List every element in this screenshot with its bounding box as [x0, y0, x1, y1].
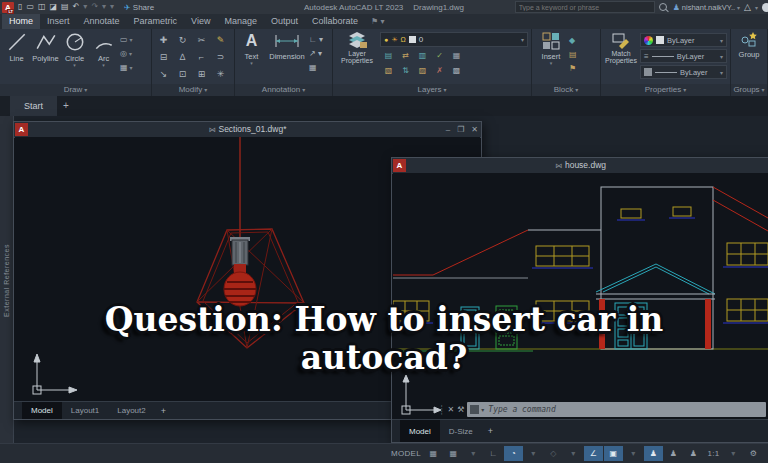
write-block-icon[interactable]: ▤: [569, 48, 577, 60]
panel-label-modify[interactable]: Modify▾: [152, 84, 234, 96]
group-tool[interactable]: Group: [734, 31, 764, 84]
isodraft-icon[interactable]: ◇: [544, 446, 563, 461]
lineweight-dropdown[interactable]: ≡ ByLayer ▾: [640, 49, 727, 63]
window-title-bar[interactable]: A ⋈house.dwg: [392, 158, 768, 174]
panel-label-annotation[interactable]: Annotation▾: [235, 84, 332, 96]
insert-dropdown-icon[interactable]: ▾: [550, 61, 553, 65]
snap-dropdown-icon[interactable]: ▾: [464, 446, 483, 461]
layer-properties-tool[interactable]: Layer Properties: [336, 31, 378, 84]
layout-tab-model[interactable]: Model: [22, 402, 62, 419]
menu-tab-parametric[interactable]: Parametric: [127, 14, 185, 29]
layout-tab-dsize[interactable]: D-Size: [440, 420, 482, 442]
search-icon[interactable]: [659, 3, 667, 11]
isodraft-dropdown-icon[interactable]: ▾: [564, 446, 583, 461]
layer-tool-icon[interactable]: ⇄: [397, 48, 414, 63]
layer-tool-icon[interactable]: ✓: [431, 48, 448, 63]
menu-tab-annotate[interactable]: Annotate: [77, 14, 127, 29]
text-tool[interactable]: A Text ▾: [238, 31, 265, 84]
linetype-dropdown[interactable]: ByLayer ▾: [640, 65, 727, 79]
user-account-button[interactable]: ♟ nishant.naikVY..▾: [673, 3, 740, 12]
annotation-visibility-icon[interactable]: ♟: [644, 446, 663, 461]
circle-tool[interactable]: Circle ▾: [61, 31, 88, 84]
menu-tab-collaborate[interactable]: Collaborate: [305, 14, 365, 29]
new-file-icon[interactable]: ▯: [18, 0, 22, 14]
circle-dropdown-icon[interactable]: ▾: [73, 63, 76, 67]
layer-tool-icon[interactable]: ▤: [380, 48, 397, 63]
stretch-icon[interactable]: ↘: [154, 65, 173, 82]
redo-icon[interactable]: ↷: [91, 0, 98, 14]
customization-icon[interactable]: ⚙: [744, 446, 763, 461]
annotation-scale-value[interactable]: 1:1: [704, 446, 723, 461]
open-folder-icon[interactable]: ▭: [26, 0, 34, 14]
offset-icon[interactable]: ⊃: [211, 48, 230, 65]
new-layout-button[interactable]: +: [482, 420, 499, 442]
erase-icon[interactable]: ✎: [211, 31, 230, 48]
window-minimize-button[interactable]: –: [446, 122, 450, 137]
panel-label-layers[interactable]: Layers▾: [333, 84, 531, 96]
arc-dropdown-icon[interactable]: ▾: [102, 63, 105, 67]
array-icon[interactable]: ⊞: [192, 65, 211, 82]
search-input[interactable]: [516, 4, 654, 11]
redo-dropdown-icon[interactable]: ▾: [102, 0, 106, 14]
panel-label-block[interactable]: Block▾: [532, 84, 600, 96]
table-icon[interactable]: ▦: [309, 61, 323, 74]
save-icon[interactable]: ◫: [38, 0, 46, 14]
menu-tab-home[interactable]: Home: [2, 14, 40, 29]
recent-commands-icon[interactable]: [470, 405, 479, 414]
grid-display-icon[interactable]: ▦: [424, 446, 443, 461]
layer-tool-icon[interactable]: ⇅: [397, 63, 414, 78]
layout-tab-layout2[interactable]: Layout2: [108, 402, 154, 419]
osnap-tracking-icon[interactable]: ∠: [584, 446, 603, 461]
polyline-tool[interactable]: Polyline: [32, 31, 59, 84]
autocad-logo-icon[interactable]: ALT: [2, 2, 14, 13]
arc-tool[interactable]: Arc ▾: [90, 31, 117, 84]
layer-tool-icon[interactable]: ▥: [414, 48, 431, 63]
autoscale-icon[interactable]: ♟: [664, 446, 683, 461]
osnap-icon[interactable]: ▣: [604, 446, 623, 461]
window-restore-button[interactable]: ❐: [457, 122, 464, 137]
share-button[interactable]: ✈Share: [124, 3, 154, 12]
create-block-icon[interactable]: ◆: [569, 34, 577, 46]
window-title-bar[interactable]: A ⋈Sections_01.dwg* –❐✕: [14, 122, 481, 138]
model-space-button[interactable]: MODEL: [389, 446, 423, 461]
plot-icon[interactable]: ▤: [61, 0, 69, 14]
match-properties-tool[interactable]: Match Properties: [604, 31, 638, 84]
command-input[interactable]: [486, 404, 763, 415]
layer-tool-icon[interactable]: ✗: [431, 63, 448, 78]
menu-tab-manage[interactable]: Manage: [217, 14, 264, 29]
scale-icon[interactable]: ⊡: [173, 65, 192, 82]
polar-dropdown-icon[interactable]: ▾: [524, 446, 543, 461]
rectangle-tool-icon[interactable]: ▭▾: [120, 33, 133, 46]
snap-mode-icon[interactable]: ▦: [444, 446, 463, 461]
layer-tool-icon[interactable]: ▦: [448, 48, 465, 63]
rotate-icon[interactable]: ↻: [173, 31, 192, 48]
app-dropdown-icon[interactable]: ▾: [755, 4, 758, 11]
layer-control-dropdown[interactable]: ●☀Ω 0 ▾: [380, 32, 528, 47]
new-layout-button[interactable]: +: [155, 402, 172, 419]
panel-label-draw[interactable]: Draw▾: [0, 84, 151, 96]
new-drawing-tab-button[interactable]: +: [57, 96, 75, 116]
undo-icon[interactable]: ↶: [73, 0, 80, 14]
menu-tab-insert[interactable]: Insert: [40, 14, 77, 29]
model-canvas[interactable]: ┊ ✕ ⚒ ▾: [393, 173, 768, 420]
undo-dropdown-icon[interactable]: ▾: [83, 0, 87, 14]
trim-icon[interactable]: ✂: [192, 31, 211, 48]
object-color-dropdown[interactable]: ByLayer ▾: [640, 33, 727, 47]
menu-tab-output[interactable]: Output: [264, 14, 305, 29]
search-box[interactable]: [515, 1, 655, 13]
move-icon[interactable]: ✚: [154, 31, 173, 48]
layout-tab-model[interactable]: Model: [400, 420, 440, 442]
scale-dropdown-icon[interactable]: ▾: [724, 446, 743, 461]
osnap-dropdown-icon[interactable]: ▾: [624, 446, 643, 461]
ribbon-options-icon[interactable]: ⚑ ▾: [371, 14, 384, 29]
file-tab-start[interactable]: Start: [10, 96, 57, 116]
layout-tab-layout1[interactable]: Layout1: [62, 402, 108, 419]
autodesk-app-icon[interactable]: △: [744, 2, 751, 12]
layer-tool-icon[interactable]: ▨: [414, 63, 431, 78]
menu-tab-view[interactable]: View: [184, 14, 217, 29]
copy-icon[interactable]: ⊟: [154, 48, 173, 65]
hatch-tool-icon[interactable]: ▦▾: [120, 61, 133, 74]
panel-label-groups[interactable]: Groups▾: [731, 84, 767, 96]
mirror-icon[interactable]: ∆: [173, 48, 192, 65]
text-dropdown-icon[interactable]: ▾: [250, 61, 253, 65]
